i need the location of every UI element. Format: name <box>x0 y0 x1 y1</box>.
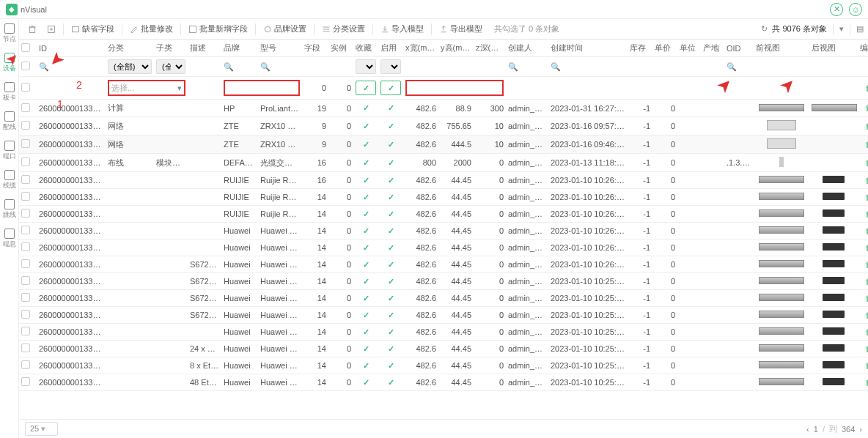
table-row[interactable]: 260000000133162网络ZTEZRX10 8905E90✓✓482.6… <box>19 136 868 154</box>
delete-row-icon[interactable]: 🗑 <box>865 344 868 354</box>
refresh-icon[interactable]: ↻ <box>761 24 768 34</box>
delete-row-icon[interactable]: 🗑 <box>865 327 868 337</box>
missing-fields-button[interactable]: 缺省字段 <box>67 21 119 37</box>
col-header[interactable]: 创建时间 <box>548 40 628 57</box>
enabled-toggle[interactable]: ✓ <box>380 81 401 95</box>
nav-item-panel[interactable]: 配线 <box>3 111 16 132</box>
add-button[interactable] <box>43 23 60 36</box>
col-header[interactable]: 后视图 <box>809 40 858 57</box>
cell-favorite[interactable]: ✓ <box>353 172 378 189</box>
dimensions-input[interactable] <box>405 80 504 96</box>
help-icon[interactable]: ✕ <box>830 3 843 16</box>
delete-row-icon[interactable]: 🗑 <box>865 176 868 185</box>
nav-item-fiber[interactable]: 跳线 <box>3 199 16 220</box>
col-header[interactable]: 单价 <box>652 40 677 57</box>
cell-favorite[interactable]: ✓ <box>353 240 378 256</box>
delete-row-icon[interactable]: 🗑 <box>865 83 868 93</box>
col-header[interactable]: 收藏 <box>353 40 378 57</box>
user-avatar-icon[interactable]: ☺ <box>849 3 862 16</box>
cell-favorite[interactable]: ✓ <box>353 189 378 206</box>
category-settings-button[interactable]: 分类设置 <box>317 21 369 37</box>
nav-item-cable[interactable]: 线缆 <box>3 170 16 190</box>
col-header[interactable]: 前视图 <box>754 40 809 57</box>
row-checkbox[interactable] <box>21 242 30 251</box>
export-model-button[interactable]: 导出模型 <box>435 21 487 37</box>
row-checkbox[interactable] <box>21 310 30 319</box>
col-header[interactable]: 实例 <box>328 40 353 57</box>
cell-favorite[interactable]: ✓ <box>353 307 378 324</box>
cell-enabled[interactable]: ✓ <box>378 290 403 307</box>
cell-enabled[interactable]: ✓ <box>378 307 403 324</box>
col-header[interactable]: 字段 <box>302 40 328 57</box>
row-checkbox[interactable] <box>21 139 30 148</box>
cell-favorite[interactable]: ✓ <box>353 273 378 290</box>
filter-favorite[interactable]: (全... <box>356 59 376 74</box>
nav-item-device[interactable]: 设备 <box>3 53 16 73</box>
import-model-button[interactable]: 导入模型 <box>376 21 428 37</box>
table-row[interactable]: 260000000133126S6720 S...HuaweiHuawei S6… <box>19 273 868 290</box>
delete-row-icon[interactable]: 🗑 <box>865 311 868 320</box>
cell-enabled[interactable]: ✓ <box>378 117 403 136</box>
delete-row-icon[interactable]: 🗑 <box>865 158 868 168</box>
delete-row-icon[interactable]: 🗑 <box>865 209 868 219</box>
col-header[interactable]: ID <box>37 40 106 57</box>
delete-row-icon[interactable]: 🗑 <box>865 140 868 149</box>
batch-add-field-button[interactable]: 批量新增字段 <box>184 21 252 37</box>
col-header[interactable]: z深(mm) <box>474 40 506 57</box>
table-container[interactable]: ID分类子类描述品牌型号字段实例收藏启用x宽(mm)y高(mm)z深(mm)创建… <box>19 40 868 419</box>
nav-item-alarm[interactable]: 端息 <box>3 229 16 249</box>
col-header[interactable]: 子类 <box>154 40 188 57</box>
col-header[interactable]: 创建人 <box>506 40 548 57</box>
delete-row-icon[interactable]: 🗑 <box>865 277 868 286</box>
col-header[interactable]: 型号 <box>258 40 302 57</box>
cell-favorite[interactable]: ✓ <box>353 341 378 357</box>
filter-subcategory[interactable]: (全... <box>156 59 185 74</box>
cell-favorite[interactable]: ✓ <box>353 117 378 136</box>
row-checkbox[interactable] <box>21 175 30 184</box>
delete-row-icon[interactable]: 🗑 <box>865 361 868 371</box>
table-row[interactable]: 260000000133123HuaweiHuawei S670...140✓✓… <box>19 324 868 341</box>
category-select-placeholder[interactable]: 选择... <box>111 83 177 94</box>
cell-favorite[interactable]: ✓ <box>353 357 378 374</box>
col-header[interactable]: 描述 <box>188 40 221 57</box>
cell-favorite[interactable]: ✓ <box>353 154 378 172</box>
table-row[interactable]: 260000000133124S6720 S...HuaweiHuawei S6… <box>19 307 868 324</box>
filter-icon[interactable]: ▾ <box>839 24 844 34</box>
col-header[interactable]: 产地 <box>701 40 724 57</box>
col-header[interactable]: 编辑 <box>858 40 868 57</box>
cell-enabled[interactable]: ✓ <box>378 100 403 117</box>
cell-enabled[interactable]: ✓ <box>378 324 403 341</box>
delete-button[interactable] <box>23 23 41 36</box>
cell-favorite[interactable]: ✓ <box>353 223 378 240</box>
table-row[interactable]: 260000000133129HuaweiHuawei USG6...140✓✓… <box>19 223 868 240</box>
settings-icon[interactable]: ▤ <box>856 24 864 34</box>
row-checkbox[interactable] <box>21 276 30 285</box>
col-header[interactable] <box>19 40 37 57</box>
table-row[interactable]: 260000000133127S6720 S...HuaweiHuawei S6… <box>19 256 868 273</box>
cell-enabled[interactable]: ✓ <box>378 256 403 273</box>
cell-enabled[interactable]: ✓ <box>378 189 403 206</box>
col-header[interactable]: 库存 <box>628 40 652 57</box>
table-row[interactable]: 260000000133154布线模块化...DEFAULT光缆交接箱*6016… <box>19 154 868 172</box>
batch-edit-button[interactable]: 批量修改 <box>125 21 177 37</box>
row-checkbox[interactable] <box>21 209 30 218</box>
table-row[interactable]: 260000000133132RUIJIERuijie RSR30-...160… <box>19 172 868 189</box>
table-row[interactable]: 2600000001331218 x Ether...HuaweiHuawei … <box>19 357 868 374</box>
cell-favorite[interactable]: ✓ <box>353 206 378 223</box>
nav-item-port[interactable]: 端口 <box>3 141 16 161</box>
col-header[interactable]: 启用 <box>378 40 403 57</box>
cell-favorite[interactable]: ✓ <box>353 256 378 273</box>
filter-enabled[interactable]: (全... <box>380 59 401 74</box>
table-row[interactable]: 26000000013312048 Ether...HuaweiHuawei S… <box>19 374 868 391</box>
delete-row-icon[interactable]: 🗑 <box>865 226 868 236</box>
row-checkbox[interactable] <box>21 103 30 112</box>
row-checkbox[interactable] <box>21 293 30 302</box>
table-row[interactable]: 26000000013312224 x Eth...HuaweiHuawei S… <box>19 341 868 357</box>
col-header[interactable]: OID <box>724 40 754 57</box>
col-header[interactable]: y高(mm) <box>438 40 474 57</box>
filter-category[interactable]: (全部) <box>108 59 152 74</box>
table-row[interactable]: 260000000133128HuaweiHuawei USG6...140✓✓… <box>19 240 868 256</box>
delete-row-icon[interactable]: 🗑 <box>865 294 868 303</box>
cell-favorite[interactable]: ✓ <box>353 100 378 117</box>
cell-favorite[interactable]: ✓ <box>353 136 378 154</box>
